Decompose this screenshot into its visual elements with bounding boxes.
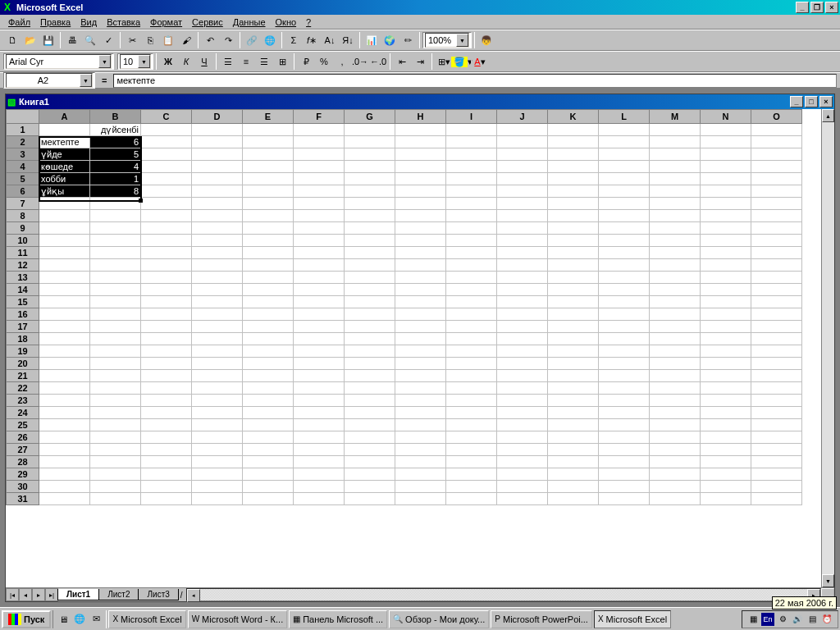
- cell[interactable]: [39, 345, 90, 358]
- cell[interactable]: [548, 468, 599, 481]
- row-header[interactable]: 25: [7, 419, 39, 431]
- cell[interactable]: [395, 481, 446, 493]
- cell[interactable]: [90, 247, 141, 259]
- cell[interactable]: [39, 321, 90, 333]
- tray-icon[interactable]: 🔊: [791, 613, 804, 626]
- cell[interactable]: [294, 296, 345, 308]
- cell[interactable]: [751, 419, 802, 431]
- row-header[interactable]: 2: [7, 136, 39, 148]
- cell[interactable]: [141, 124, 192, 136]
- preview-icon[interactable]: 🔍: [81, 32, 99, 49]
- cell[interactable]: [701, 382, 751, 395]
- cell[interactable]: [548, 198, 599, 210]
- column-header[interactable]: M: [650, 110, 701, 124]
- borders-icon[interactable]: ⊞▾: [435, 53, 453, 71]
- cell[interactable]: [141, 247, 192, 259]
- cell[interactable]: [650, 468, 701, 481]
- cell[interactable]: [192, 493, 243, 505]
- cell[interactable]: [192, 284, 243, 296]
- inc-indent-icon[interactable]: ⇥: [411, 53, 429, 71]
- cell[interactable]: [751, 431, 802, 444]
- cell[interactable]: [650, 198, 701, 210]
- cell[interactable]: [39, 468, 90, 481]
- column-header[interactable]: C: [141, 110, 192, 124]
- cell[interactable]: [395, 161, 446, 173]
- row-header[interactable]: 13: [7, 272, 39, 284]
- cell[interactable]: [446, 468, 497, 481]
- cell[interactable]: [345, 198, 395, 210]
- sheet-tab-3[interactable]: Лист3: [138, 589, 178, 600]
- cell[interactable]: [243, 247, 294, 259]
- cell[interactable]: [192, 444, 243, 456]
- cell[interactable]: [39, 395, 90, 407]
- cell[interactable]: [650, 259, 701, 272]
- cell[interactable]: [192, 431, 243, 444]
- ql-oe-icon[interactable]: ✉: [89, 612, 103, 627]
- cell[interactable]: [497, 198, 548, 210]
- column-header[interactable]: F: [294, 110, 345, 124]
- cell[interactable]: [751, 161, 802, 173]
- cell[interactable]: [345, 407, 395, 419]
- drawing-icon[interactable]: ✏: [399, 32, 417, 49]
- cell[interactable]: [39, 419, 90, 431]
- column-header[interactable]: E: [243, 110, 294, 124]
- cell[interactable]: [751, 210, 802, 222]
- cell[interactable]: [548, 222, 599, 235]
- cell[interactable]: [751, 382, 802, 395]
- row-header[interactable]: 12: [7, 259, 39, 272]
- cell[interactable]: [395, 345, 446, 358]
- fontsize-combo[interactable]: 10▼: [117, 53, 153, 70]
- cell[interactable]: [599, 444, 650, 456]
- cell[interactable]: [599, 161, 650, 173]
- cell[interactable]: [141, 148, 192, 161]
- cell[interactable]: [650, 161, 701, 173]
- row-header[interactable]: 27: [7, 444, 39, 456]
- cell[interactable]: [243, 296, 294, 308]
- cell[interactable]: [192, 308, 243, 321]
- save-icon[interactable]: 💾: [39, 32, 57, 49]
- cell[interactable]: [650, 222, 701, 235]
- cell[interactable]: [599, 395, 650, 407]
- cell[interactable]: [90, 198, 141, 210]
- cell[interactable]: [90, 370, 141, 382]
- cell[interactable]: [39, 296, 90, 308]
- cell[interactable]: [243, 259, 294, 272]
- cell[interactable]: [294, 468, 345, 481]
- cell[interactable]: [243, 136, 294, 148]
- cell[interactable]: [548, 481, 599, 493]
- row-header[interactable]: 5: [7, 173, 39, 185]
- cell[interactable]: 5: [90, 148, 141, 161]
- cell[interactable]: [599, 333, 650, 345]
- cell[interactable]: [141, 370, 192, 382]
- cell[interactable]: [650, 136, 701, 148]
- cell[interactable]: [243, 345, 294, 358]
- cell[interactable]: [345, 431, 395, 444]
- cell[interactable]: [294, 284, 345, 296]
- menu-window[interactable]: Окно: [271, 16, 302, 28]
- cell[interactable]: [395, 468, 446, 481]
- new-icon[interactable]: 🗋: [3, 32, 21, 49]
- cell[interactable]: [141, 185, 192, 198]
- column-header[interactable]: I: [446, 110, 497, 124]
- cell[interactable]: [141, 431, 192, 444]
- cell[interactable]: [39, 493, 90, 505]
- cell[interactable]: [548, 407, 599, 419]
- cell[interactable]: [141, 468, 192, 481]
- cell[interactable]: [751, 456, 802, 468]
- row-header[interactable]: 16: [7, 308, 39, 321]
- zoom-combo[interactable]: 100%▼: [422, 32, 472, 48]
- cell[interactable]: 6: [90, 136, 141, 148]
- row-header[interactable]: 11: [7, 247, 39, 259]
- cell[interactable]: [497, 272, 548, 284]
- cell[interactable]: [599, 493, 650, 505]
- cell[interactable]: [497, 370, 548, 382]
- row-header[interactable]: 6: [7, 185, 39, 198]
- cell[interactable]: [751, 222, 802, 235]
- row-header[interactable]: 22: [7, 382, 39, 395]
- cell[interactable]: [650, 247, 701, 259]
- cell[interactable]: [751, 235, 802, 247]
- cell[interactable]: [701, 136, 751, 148]
- cell[interactable]: [90, 296, 141, 308]
- cell[interactable]: [751, 308, 802, 321]
- cell[interactable]: [599, 456, 650, 468]
